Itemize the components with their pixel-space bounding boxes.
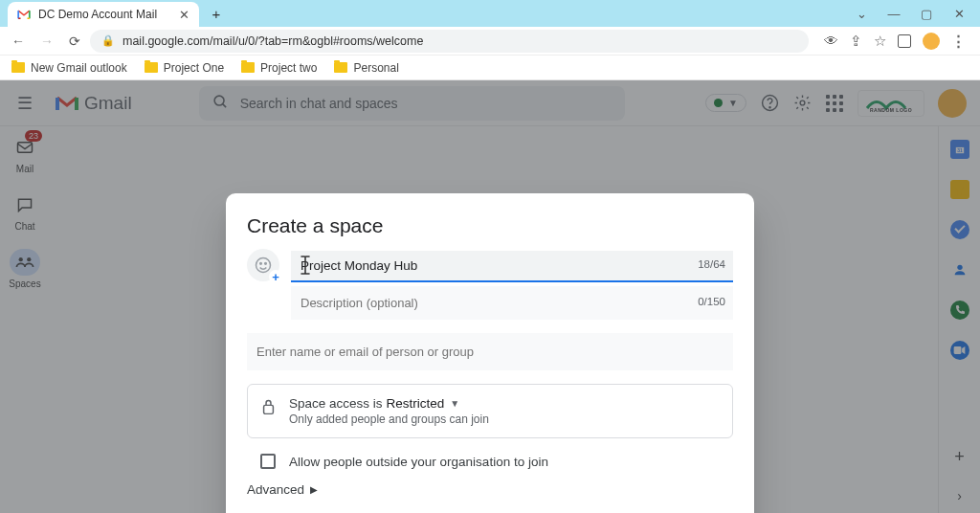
close-window-icon[interactable]: ✕ (951, 7, 967, 21)
maximize-icon[interactable]: ▢ (919, 7, 934, 21)
lock-icon: 🔒 (101, 34, 115, 47)
advanced-toggle[interactable]: Advanced ▶ (247, 482, 733, 497)
advanced-label: Advanced (247, 482, 304, 497)
window-controls: ⌄ — ▢ ✕ (854, 0, 980, 27)
bookmark-item[interactable]: Project One (145, 61, 224, 75)
eye-icon[interactable]: 👁 (824, 33, 838, 49)
allow-external-label: Allow people outside your organisation t… (289, 455, 548, 469)
access-label-line: Space access is Restricted ▼ (289, 396, 489, 411)
extensions-icon[interactable] (898, 34, 911, 48)
bookmark-star-icon[interactable]: ☆ (874, 33, 886, 50)
space-access-dropdown[interactable]: Space access is Restricted ▼ Only added … (247, 384, 733, 438)
space-name-input[interactable] (291, 251, 733, 282)
share-icon[interactable]: ⇪ (850, 33, 862, 50)
url-field[interactable]: 🔒 mail.google.com/mail/u/0/?tab=rm&ogbl#… (90, 30, 809, 53)
url-text: mail.google.com/mail/u/0/?tab=rm&ogbl#ro… (122, 34, 423, 48)
browser-menu-icon[interactable]: ⋮ (951, 33, 967, 50)
address-bar: ← → ⟳ 🔒 mail.google.com/mail/u/0/?tab=rm… (0, 27, 980, 56)
reload-button[interactable]: ⟳ (69, 33, 80, 49)
access-subtitle: Only added people and groups can join (289, 413, 489, 426)
checkbox-unchecked[interactable] (260, 454, 276, 469)
people-input[interactable] (247, 333, 733, 370)
browser-tab[interactable]: DC Demo Account Mail ✕ (8, 2, 199, 27)
lock-icon (261, 398, 276, 418)
app-area: ☰ Gmail Search in chat and spaces ▼ (0, 80, 980, 513)
bookmark-item[interactable]: Project two (241, 61, 317, 75)
caret-down-icon: ▼ (450, 398, 459, 409)
back-button[interactable]: ← (11, 33, 25, 49)
new-tab-button[interactable]: + (205, 2, 228, 25)
tab-strip: DC Demo Account Mail ✕ + (0, 0, 228, 27)
folder-icon (145, 62, 158, 73)
bookmark-label: New Gmail outlook (31, 61, 127, 75)
create-space-modal: Create a space + 18/64 0/150 Spac (226, 193, 754, 513)
profile-avatar-small[interactable] (923, 33, 940, 50)
modal-title: Create a space (247, 214, 733, 237)
folder-icon (11, 62, 25, 73)
svg-rect-18 (264, 405, 274, 413)
svg-point-17 (265, 263, 267, 265)
bookmark-label: Project One (164, 61, 224, 75)
allow-external-row[interactable]: Allow people outside your organisation t… (247, 450, 733, 473)
bookmarks-bar: New Gmail outlook Project One Project tw… (0, 56, 980, 80)
folder-icon (241, 62, 255, 73)
folder-icon (334, 62, 347, 73)
minimize-icon[interactable]: — (886, 7, 902, 21)
tab-title: DC Demo Account Mail (38, 8, 157, 21)
gmail-favicon (17, 8, 31, 21)
chevron-down-icon[interactable]: ⌄ (854, 7, 869, 21)
add-emoji-button[interactable]: + (247, 249, 279, 281)
name-char-count: 18/64 (698, 258, 725, 270)
desc-char-count: 0/150 (698, 296, 725, 307)
bookmark-label: Project two (260, 61, 317, 75)
bookmark-item[interactable]: New Gmail outlook (11, 61, 127, 75)
triangle-right-icon: ▶ (310, 484, 318, 495)
browser-titlebar: DC Demo Account Mail ✕ + ⌄ — ▢ ✕ (0, 0, 980, 27)
svg-point-15 (256, 258, 271, 273)
bookmark-item[interactable]: Personal (334, 61, 398, 75)
plus-badge-icon: + (269, 270, 282, 283)
forward-button: → (40, 33, 54, 49)
address-bar-icons: 👁 ⇪ ☆ ⋮ (818, 33, 972, 50)
close-tab-icon[interactable]: ✕ (179, 8, 189, 22)
bookmark-label: Personal (353, 61, 398, 75)
description-input[interactable] (291, 286, 733, 320)
nav-arrows: ← → ⟳ (8, 33, 80, 49)
svg-point-16 (260, 263, 262, 265)
